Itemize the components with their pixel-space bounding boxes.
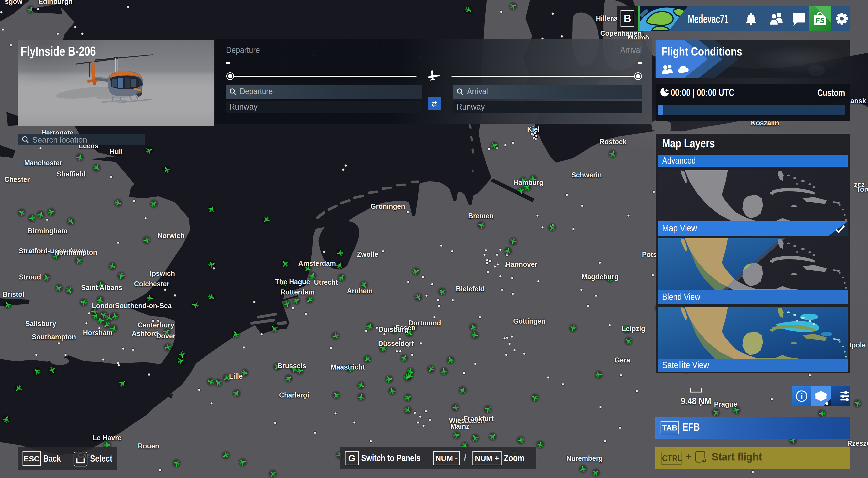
svg-text:FS: FS	[815, 17, 825, 25]
